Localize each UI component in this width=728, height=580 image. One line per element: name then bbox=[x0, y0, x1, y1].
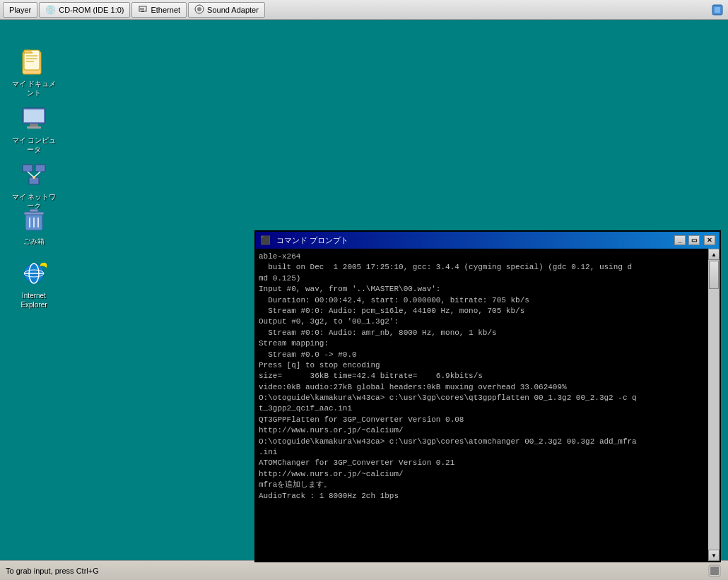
cmd-titlebar[interactable]: ⬛ コマンド プロンプト _ ▭ ✕ bbox=[256, 232, 720, 249]
cmd-line: QT3GPPFlatten for 3GP_Converter Version … bbox=[259, 415, 705, 425]
sound-icon bbox=[194, 4, 204, 16]
scroll-up-button[interactable]: ▲ bbox=[708, 249, 720, 260]
cmd-line: video:0kB audio:27kB global headers:0kB … bbox=[259, 382, 705, 393]
cmd-content-area: able-x264 built on Dec 1 2005 17:25:10, … bbox=[256, 249, 720, 561]
cmd-line: size= 36kB time=42.4 bitrate= 6.9kbits/s bbox=[259, 371, 705, 381]
statusbar-right bbox=[707, 563, 722, 579]
cmd-line: Output #0, 3g2, to '00_1.3g2': bbox=[259, 316, 705, 327]
sound-label: Sound Adapter bbox=[207, 6, 259, 14]
tray-icon[interactable] bbox=[710, 2, 725, 18]
cmd-line: t_3gpp2_qcif_aac.ini bbox=[259, 403, 705, 414]
cmd-line: AudioTrack : 1 8000Hz 2ch 1bps bbox=[259, 491, 705, 502]
svg-rect-18 bbox=[27, 126, 41, 129]
cmd-line: Input #0, wav, from '..\MASTER\00.wav': bbox=[259, 284, 705, 295]
cdrom-button[interactable]: 💿 CD-ROM (IDE 1:0) bbox=[39, 2, 130, 18]
cmd-line: Stream #0:0: Audio: pcm_s16le, 44100 Hz,… bbox=[259, 306, 705, 316]
taskbar-top: Player 💿 CD-ROM (IDE 1:0) Ethernet Sound… bbox=[0, 0, 728, 20]
cmd-close-button[interactable]: ✕ bbox=[704, 235, 715, 245]
cmd-line: O:\otoguide\kamakura\w43ca> c:\usr\3gp\c… bbox=[259, 393, 705, 403]
desktop-icon-my-documents[interactable]: マイ ドキュメント bbox=[6, 45, 62, 101]
svg-rect-19 bbox=[23, 165, 33, 172]
my-computer-label: マイ コンピュータ bbox=[8, 135, 59, 155]
desktop-icon-ie[interactable]: Internet Explorer bbox=[6, 256, 62, 313]
cmd-scrollbar[interactable]: ▲ ▼ bbox=[708, 249, 720, 561]
cmd-line: Stream #0.0 -> #0.0 bbox=[259, 350, 705, 360]
cmd-icon: ⬛ bbox=[260, 235, 271, 245]
ethernet-icon bbox=[138, 4, 148, 16]
cmd-line: ATOMChanger for 3GP_Converter Version 0.… bbox=[259, 458, 705, 468]
ie-label: Internet Explorer bbox=[8, 290, 59, 310]
desktop-icon-trash[interactable]: ごみ箱 bbox=[6, 202, 62, 249]
ethernet-button[interactable]: Ethernet bbox=[131, 2, 187, 18]
ie-icon bbox=[20, 259, 48, 288]
scroll-down-button[interactable]: ▼ bbox=[708, 550, 720, 561]
cmd-line: md 0.125) bbox=[259, 273, 705, 284]
cmd-body[interactable]: able-x264 built on Dec 1 2005 17:25:10, … bbox=[256, 249, 708, 561]
scroll-track bbox=[708, 260, 720, 550]
cmd-window: ⬛ コマンド プロンプト _ ▭ ✕ able-x264 built on De… bbox=[254, 230, 721, 562]
svg-rect-4 bbox=[141, 11, 144, 12]
cmd-line: O:\otoguide\kamakura\w43ca> c:\usr\3gp\c… bbox=[259, 437, 705, 447]
statusbar-hint: To grab input, press Ctrl+G bbox=[6, 567, 99, 575]
tray-area bbox=[710, 2, 725, 18]
cmd-minimize-button[interactable]: _ bbox=[674, 235, 686, 245]
cmd-line: .ini bbox=[259, 447, 705, 458]
player-button[interactable]: Player bbox=[3, 2, 37, 18]
cmd-line: Press [q] to stop encoding bbox=[259, 360, 705, 371]
cdrom-icon: 💿 bbox=[45, 5, 56, 15]
cmd-line: http://www.nurs.or.jp/~calcium/ bbox=[259, 425, 705, 436]
trash-icon bbox=[20, 205, 48, 233]
scroll-thumb[interactable] bbox=[709, 261, 719, 289]
svg-rect-36 bbox=[710, 567, 719, 575]
svg-rect-8 bbox=[715, 7, 720, 13]
trash-label: ごみ箱 bbox=[22, 236, 46, 247]
cmd-line: mfraを追加します。 bbox=[259, 480, 705, 490]
cmd-line: Duration: 00:00:42.4, start: 0.000000, b… bbox=[259, 295, 705, 306]
my-documents-label: マイ ドキュメント bbox=[8, 78, 59, 98]
desktop: マイ ドキュメント マイ コンピュータ マイ ネットワーク bbox=[0, 20, 728, 560]
svg-point-24 bbox=[33, 176, 35, 179]
svg-rect-27 bbox=[30, 209, 38, 212]
cmd-restore-button[interactable]: ▭ bbox=[688, 235, 700, 245]
my-computer-icon bbox=[20, 104, 48, 132]
cmd-line: built on Dec 1 2005 17:25:10, gcc: 3.4.4… bbox=[259, 262, 705, 273]
sound-button[interactable]: Sound Adapter bbox=[188, 2, 265, 18]
svg-rect-17 bbox=[30, 124, 38, 126]
svg-rect-20 bbox=[35, 165, 45, 172]
svg-point-6 bbox=[197, 7, 201, 11]
ethernet-label: Ethernet bbox=[151, 6, 180, 14]
cmd-line: http://www.nurs.or.jp/~calcium/ bbox=[259, 469, 705, 480]
cmd-title: コマンド プロンプト bbox=[276, 235, 348, 246]
svg-rect-16 bbox=[24, 110, 44, 122]
cmd-line: able-x264 bbox=[259, 251, 705, 262]
player-label: Player bbox=[9, 6, 31, 14]
svg-rect-26 bbox=[24, 212, 44, 215]
cmd-line: Stream mapping: bbox=[259, 338, 705, 349]
cmd-line: Stream #0:0: Audio: amr_nb, 8000 Hz, mon… bbox=[259, 328, 705, 338]
my-documents-icon bbox=[20, 47, 48, 76]
cdrom-label: CD-ROM (IDE 1:0) bbox=[59, 6, 124, 14]
statusbar-tray-icon[interactable] bbox=[707, 563, 722, 579]
my-network-icon bbox=[20, 160, 48, 189]
desktop-icon-my-computer[interactable]: マイ コンピュータ bbox=[6, 101, 62, 158]
statusbar: To grab input, press Ctrl+G bbox=[0, 560, 728, 580]
